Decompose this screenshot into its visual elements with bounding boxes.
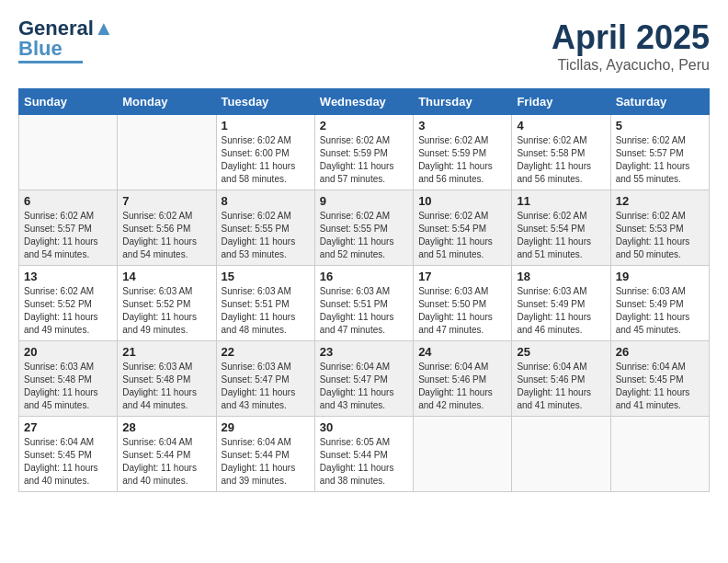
calendar-day-cell: 24Sunrise: 6:04 AM Sunset: 5:46 PM Dayli… xyxy=(414,341,512,417)
calendar-day-cell xyxy=(610,417,709,492)
logo-line xyxy=(18,61,83,63)
calendar-day-cell: 16Sunrise: 6:03 AM Sunset: 5:51 PM Dayli… xyxy=(314,266,413,341)
day-number: 28 xyxy=(122,420,210,434)
calendar-day-cell xyxy=(19,115,118,190)
day-info: Sunrise: 6:04 AM Sunset: 5:46 PM Dayligh… xyxy=(418,361,506,412)
day-info: Sunrise: 6:02 AM Sunset: 5:52 PM Dayligh… xyxy=(24,285,112,337)
day-info: Sunrise: 6:04 AM Sunset: 5:45 PM Dayligh… xyxy=(616,361,704,412)
calendar-day-cell: 25Sunrise: 6:04 AM Sunset: 5:46 PM Dayli… xyxy=(512,341,610,417)
day-number: 20 xyxy=(24,345,112,359)
day-info: Sunrise: 6:02 AM Sunset: 5:57 PM Dayligh… xyxy=(616,134,704,186)
title-block: April 2025 Ticllas, Ayacucho, Peru xyxy=(552,18,710,74)
calendar-day-cell: 29Sunrise: 6:04 AM Sunset: 5:44 PM Dayli… xyxy=(216,417,314,492)
day-info: Sunrise: 6:02 AM Sunset: 5:54 PM Dayligh… xyxy=(418,210,506,261)
calendar-day-cell xyxy=(512,417,610,492)
day-number: 4 xyxy=(517,119,605,132)
calendar-day-cell xyxy=(118,115,216,190)
calendar-day-cell: 30Sunrise: 6:05 AM Sunset: 5:44 PM Dayli… xyxy=(314,417,413,492)
day-number: 14 xyxy=(122,270,210,283)
day-info: Sunrise: 6:03 AM Sunset: 5:49 PM Dayligh… xyxy=(517,285,605,337)
day-number: 9 xyxy=(320,194,408,208)
day-info: Sunrise: 6:02 AM Sunset: 5:53 PM Dayligh… xyxy=(616,210,704,261)
day-info: Sunrise: 6:02 AM Sunset: 5:55 PM Dayligh… xyxy=(320,210,408,261)
day-info: Sunrise: 6:03 AM Sunset: 5:49 PM Dayligh… xyxy=(616,285,704,337)
day-info: Sunrise: 6:04 AM Sunset: 5:44 PM Dayligh… xyxy=(122,436,210,488)
day-number: 5 xyxy=(616,119,704,132)
day-info: Sunrise: 6:04 AM Sunset: 5:46 PM Dayligh… xyxy=(517,361,605,412)
day-info: Sunrise: 6:03 AM Sunset: 5:51 PM Dayligh… xyxy=(222,285,310,337)
calendar-day-cell: 28Sunrise: 6:04 AM Sunset: 5:44 PM Dayli… xyxy=(118,417,216,492)
day-number: 23 xyxy=(320,345,408,359)
calendar-day-cell: 11Sunrise: 6:02 AM Sunset: 5:54 PM Dayli… xyxy=(512,190,610,266)
calendar-day-cell: 13Sunrise: 6:02 AM Sunset: 5:52 PM Dayli… xyxy=(19,266,118,341)
calendar-day-cell: 14Sunrise: 6:03 AM Sunset: 5:52 PM Dayli… xyxy=(118,266,216,341)
calendar-day-cell: 17Sunrise: 6:03 AM Sunset: 5:50 PM Dayli… xyxy=(414,266,512,341)
day-info: Sunrise: 6:02 AM Sunset: 6:00 PM Dayligh… xyxy=(222,134,310,186)
calendar-day-cell: 23Sunrise: 6:04 AM Sunset: 5:47 PM Dayli… xyxy=(314,341,413,417)
day-number: 12 xyxy=(616,194,704,208)
day-number: 21 xyxy=(122,345,210,359)
day-info: Sunrise: 6:02 AM Sunset: 5:56 PM Dayligh… xyxy=(122,210,210,261)
calendar-week-row: 6Sunrise: 6:02 AM Sunset: 5:57 PM Daylig… xyxy=(19,190,710,266)
logo-text: General▲Blue xyxy=(18,18,114,59)
day-info: Sunrise: 6:02 AM Sunset: 5:59 PM Dayligh… xyxy=(320,134,408,186)
day-number: 30 xyxy=(320,420,408,434)
logo: General▲Blue xyxy=(18,18,114,63)
calendar-day-cell: 5Sunrise: 6:02 AM Sunset: 5:57 PM Daylig… xyxy=(610,115,709,190)
day-info: Sunrise: 6:02 AM Sunset: 5:59 PM Dayligh… xyxy=(418,134,506,186)
day-info: Sunrise: 6:02 AM Sunset: 5:55 PM Dayligh… xyxy=(222,210,310,261)
calendar-week-row: 1Sunrise: 6:02 AM Sunset: 6:00 PM Daylig… xyxy=(19,115,710,190)
day-info: Sunrise: 6:03 AM Sunset: 5:48 PM Dayligh… xyxy=(122,361,210,412)
day-number: 24 xyxy=(418,345,506,359)
weekday-header-saturday: Saturday xyxy=(610,89,709,115)
day-number: 19 xyxy=(616,270,704,283)
day-info: Sunrise: 6:02 AM Sunset: 5:58 PM Dayligh… xyxy=(517,134,605,186)
day-info: Sunrise: 6:03 AM Sunset: 5:51 PM Dayligh… xyxy=(320,285,408,337)
day-info: Sunrise: 6:04 AM Sunset: 5:44 PM Dayligh… xyxy=(222,436,310,488)
calendar-day-cell: 18Sunrise: 6:03 AM Sunset: 5:49 PM Dayli… xyxy=(512,266,610,341)
day-number: 27 xyxy=(24,420,112,434)
day-info: Sunrise: 6:04 AM Sunset: 5:45 PM Dayligh… xyxy=(24,436,112,488)
day-number: 2 xyxy=(320,119,408,132)
month-title: April 2025 xyxy=(552,18,710,57)
day-number: 29 xyxy=(222,420,310,434)
weekday-header-monday: Monday xyxy=(118,89,216,115)
calendar-day-cell: 20Sunrise: 6:03 AM Sunset: 5:48 PM Dayli… xyxy=(19,341,118,417)
day-number: 10 xyxy=(418,194,506,208)
calendar-day-cell: 22Sunrise: 6:03 AM Sunset: 5:47 PM Dayli… xyxy=(216,341,314,417)
calendar-day-cell: 1Sunrise: 6:02 AM Sunset: 6:00 PM Daylig… xyxy=(216,115,314,190)
weekday-header-wednesday: Wednesday xyxy=(314,89,413,115)
calendar-day-cell: 4Sunrise: 6:02 AM Sunset: 5:58 PM Daylig… xyxy=(512,115,610,190)
day-number: 1 xyxy=(222,119,310,132)
calendar-day-cell: 26Sunrise: 6:04 AM Sunset: 5:45 PM Dayli… xyxy=(610,341,709,417)
calendar-week-row: 27Sunrise: 6:04 AM Sunset: 5:45 PM Dayli… xyxy=(19,417,710,492)
calendar-day-cell: 6Sunrise: 6:02 AM Sunset: 5:57 PM Daylig… xyxy=(19,190,118,266)
calendar-day-cell: 9Sunrise: 6:02 AM Sunset: 5:55 PM Daylig… xyxy=(314,190,413,266)
day-info: Sunrise: 6:03 AM Sunset: 5:50 PM Dayligh… xyxy=(418,285,506,337)
calendar-day-cell: 21Sunrise: 6:03 AM Sunset: 5:48 PM Dayli… xyxy=(118,341,216,417)
calendar-table: SundayMondayTuesdayWednesdayThursdayFrid… xyxy=(18,88,710,492)
day-number: 6 xyxy=(24,194,112,208)
day-info: Sunrise: 6:02 AM Sunset: 5:54 PM Dayligh… xyxy=(517,210,605,261)
day-number: 18 xyxy=(517,270,605,283)
weekday-header-thursday: Thursday xyxy=(414,89,512,115)
calendar-day-cell: 3Sunrise: 6:02 AM Sunset: 5:59 PM Daylig… xyxy=(414,115,512,190)
day-number: 15 xyxy=(222,270,310,283)
day-number: 16 xyxy=(320,270,408,283)
calendar-week-row: 20Sunrise: 6:03 AM Sunset: 5:48 PM Dayli… xyxy=(19,341,710,417)
day-number: 7 xyxy=(122,194,210,208)
day-info: Sunrise: 6:03 AM Sunset: 5:48 PM Dayligh… xyxy=(24,361,112,412)
day-info: Sunrise: 6:02 AM Sunset: 5:57 PM Dayligh… xyxy=(24,210,112,261)
day-number: 11 xyxy=(517,194,605,208)
day-number: 25 xyxy=(517,345,605,359)
calendar-week-row: 13Sunrise: 6:02 AM Sunset: 5:52 PM Dayli… xyxy=(19,266,710,341)
day-info: Sunrise: 6:03 AM Sunset: 5:47 PM Dayligh… xyxy=(222,361,310,412)
calendar-day-cell: 19Sunrise: 6:03 AM Sunset: 5:49 PM Dayli… xyxy=(610,266,709,341)
day-info: Sunrise: 6:05 AM Sunset: 5:44 PM Dayligh… xyxy=(320,436,408,488)
day-number: 13 xyxy=(24,270,112,283)
day-number: 26 xyxy=(616,345,704,359)
day-number: 17 xyxy=(418,270,506,283)
day-info: Sunrise: 6:03 AM Sunset: 5:52 PM Dayligh… xyxy=(122,285,210,337)
calendar-day-cell: 2Sunrise: 6:02 AM Sunset: 5:59 PM Daylig… xyxy=(314,115,413,190)
calendar-day-cell: 7Sunrise: 6:02 AM Sunset: 5:56 PM Daylig… xyxy=(118,190,216,266)
